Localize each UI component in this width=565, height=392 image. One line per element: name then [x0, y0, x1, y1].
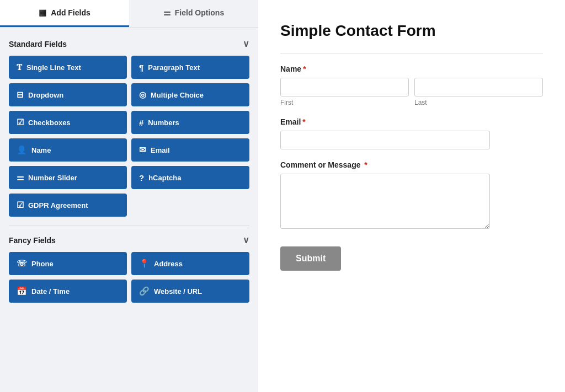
checkboxes-icon: ☑: [17, 117, 24, 127]
name-fields-row: First Last: [280, 78, 543, 106]
gdpr-icon: ☑: [17, 200, 24, 210]
number-slider-icon: ⚌: [17, 173, 24, 182]
hcaptcha-icon: ?: [139, 173, 144, 182]
submit-button[interactable]: Submit: [280, 246, 341, 271]
panel-content: Standard Fields ∨ 𝐓 Single Line Text ¶ P…: [0, 28, 258, 392]
field-btn-number-slider[interactable]: ⚌ Number Slider: [9, 166, 127, 189]
tab-field-options-label: Field Options: [175, 8, 224, 17]
comment-textarea[interactable]: [280, 174, 490, 229]
tab-add-fields[interactable]: ▦ Add Fields: [0, 0, 129, 27]
comment-label: Comment or Message *: [280, 160, 543, 169]
paragraph-text-icon: ¶: [139, 63, 143, 72]
address-icon: 📍: [139, 259, 150, 269]
website-url-icon: 🔗: [139, 286, 150, 296]
field-btn-dropdown[interactable]: ⊟ Dropdown: [9, 83, 127, 106]
fancy-fields-chevron-icon: ∨: [243, 235, 249, 245]
standard-fields-label: Standard Fields: [9, 40, 67, 49]
field-btn-checkboxes[interactable]: ☑ Checkboxes: [9, 111, 127, 134]
field-btn-website-url[interactable]: 🔗 Website / URL: [131, 280, 249, 303]
right-panel: Simple Contact Form Name* First Last Em: [258, 0, 565, 392]
form-divider: [280, 53, 543, 53]
email-label: Email*: [280, 117, 543, 126]
name-icon: 👤: [17, 145, 27, 155]
comment-required-asterisk: *: [362, 160, 367, 169]
field-btn-date-time[interactable]: 📅 Date / Time: [9, 280, 127, 303]
tab-add-fields-label: Add Fields: [51, 8, 90, 17]
tab-field-options[interactable]: ⚌ Field Options: [129, 0, 258, 27]
field-btn-gdpr[interactable]: ☑ GDPR Agreement: [9, 194, 127, 217]
phone-icon: ☏: [17, 259, 27, 269]
field-btn-multiple-choice[interactable]: ◎ Multiple Choice: [131, 83, 249, 106]
fancy-fields-grid: ☏ Phone 📍 Address 📅 Date / Time 🔗 Websit…: [9, 252, 249, 303]
left-panel: ▦ Add Fields ⚌ Field Options Standard Fi…: [0, 0, 258, 392]
name-required-asterisk: *: [303, 65, 306, 73]
form-group-name: Name* First Last: [280, 65, 543, 106]
dropdown-icon: ⊟: [17, 90, 24, 100]
field-btn-single-line-text[interactable]: 𝐓 Single Line Text: [9, 56, 127, 79]
tabs-bar: ▦ Add Fields ⚌ Field Options: [0, 0, 258, 28]
first-name-wrap: First: [280, 78, 409, 106]
form-group-comment: Comment or Message *: [280, 160, 543, 231]
form-group-email: Email*: [280, 117, 543, 149]
field-btn-name[interactable]: 👤 Name: [9, 138, 127, 162]
form-preview: Simple Contact Form Name* First Last Em: [258, 0, 565, 392]
single-line-text-icon: 𝐓: [17, 62, 22, 72]
standard-fields-chevron-icon: ∨: [243, 39, 249, 49]
date-time-icon: 📅: [17, 286, 27, 296]
field-options-icon: ⚌: [163, 8, 170, 18]
email-required-asterisk: *: [302, 117, 305, 126]
field-btn-numbers[interactable]: # Numbers: [131, 111, 249, 134]
fancy-fields-label: Fancy Fields: [9, 236, 56, 245]
email-input[interactable]: [280, 131, 490, 149]
name-label: Name*: [280, 65, 543, 73]
standard-fields-grid: 𝐓 Single Line Text ¶ Paragraph Text ⊟ Dr…: [9, 56, 249, 217]
field-btn-phone[interactable]: ☏ Phone: [9, 252, 127, 275]
last-name-wrap: Last: [414, 78, 543, 106]
section-divider: [9, 225, 249, 226]
multiple-choice-icon: ◎: [139, 90, 146, 100]
add-fields-icon: ▦: [39, 8, 46, 18]
last-name-sub-label: Last: [414, 99, 543, 106]
last-name-input[interactable]: [414, 78, 543, 96]
standard-fields-header: Standard Fields ∨: [9, 39, 249, 49]
field-btn-address[interactable]: 📍 Address: [131, 252, 249, 275]
fancy-fields-header: Fancy Fields ∨: [9, 235, 249, 245]
field-btn-email[interactable]: ✉ Email: [131, 138, 249, 162]
first-name-input[interactable]: [280, 78, 409, 96]
first-name-sub-label: First: [280, 99, 409, 106]
field-btn-hcaptcha[interactable]: ? hCaptcha: [131, 166, 249, 189]
field-btn-paragraph-text[interactable]: ¶ Paragraph Text: [131, 56, 249, 79]
numbers-icon: #: [139, 118, 143, 127]
email-icon: ✉: [139, 145, 146, 155]
form-title: Simple Contact Form: [280, 22, 543, 40]
